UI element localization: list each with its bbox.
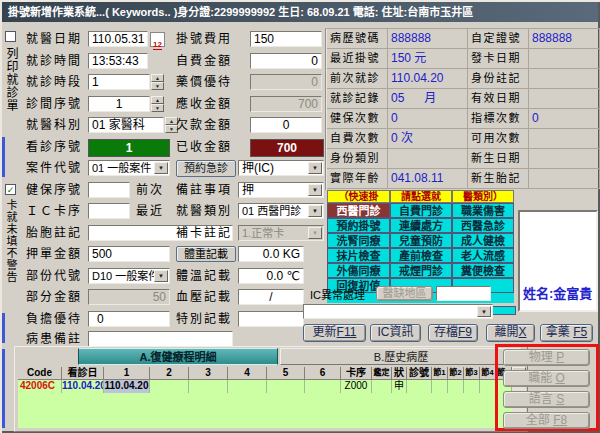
get-medicine-button[interactable]: 拿藥 F5: [540, 324, 593, 342]
spinner-down-icon[interactable]: ▼: [151, 104, 164, 112]
chevron-down-icon[interactable]: ▼: [308, 162, 322, 174]
spinner-down-icon[interactable]: ▼: [151, 82, 164, 90]
row-cell[interactable]: [407, 380, 432, 393]
quick-cell-trauma[interactable]: 外傷同療: [327, 263, 390, 278]
quick-cell-child-prevention[interactable]: 兒童預防: [390, 233, 452, 248]
col-header[interactable]: 5: [267, 367, 305, 380]
quick-header-cell: （快速掛: [327, 190, 390, 203]
department-field[interactable]: 01 家醫科: [88, 117, 164, 133]
temperature-field[interactable]: 0.0 ℃: [238, 268, 304, 284]
row-cell[interactable]: [432, 380, 448, 393]
self-pay-field[interactable]: 0: [250, 53, 322, 69]
appointment-select[interactable]: 押(IC)▼: [238, 160, 324, 176]
update-button[interactable]: 更新F11: [303, 324, 366, 342]
copay-code-select[interactable]: D10 一般案件▼: [88, 268, 170, 284]
quick-cell-adult-checkup[interactable]: 成人健檢: [452, 233, 514, 248]
blood-pressure-field[interactable]: /: [238, 289, 304, 305]
col-header[interactable]: 診號: [407, 367, 432, 380]
appointment-emergency-button[interactable]: 預約急診: [176, 160, 236, 177]
visit-type-select[interactable]: 01 西醫門診▼: [238, 203, 324, 219]
room-seq-field[interactable]: 1: [88, 96, 150, 112]
visit-session-label: 就診時段: [26, 74, 82, 90]
spinner-up-icon[interactable]: ▲: [151, 96, 164, 104]
row-visit-date[interactable]: 110.04.20: [62, 380, 104, 393]
room-seq-spinner[interactable]: ▲▼: [151, 96, 164, 112]
tab-history-record[interactable]: B.歷史病歷: [280, 348, 522, 365]
row-cell[interactable]: [480, 380, 496, 393]
quick-cell-appointment[interactable]: 預約掛號: [327, 218, 390, 233]
reg-fee-field[interactable]: 150: [250, 31, 322, 47]
chevron-down-icon[interactable]: ▼: [477, 306, 491, 317]
col-header[interactable]: 鑑定: [372, 367, 392, 380]
save-button[interactable]: 存檔F9: [428, 324, 478, 342]
row-cell[interactable]: [150, 380, 189, 393]
col-header[interactable]: 卡序: [341, 367, 372, 380]
row-cell[interactable]: [448, 380, 464, 393]
row-status[interactable]: 申: [392, 380, 407, 393]
quick-cell-prenatal[interactable]: 產前檢查: [390, 248, 452, 263]
tab-rehab-course-detail[interactable]: A.復健療程明細: [78, 348, 278, 365]
quick-cell-continuous-rx[interactable]: 連續處方: [390, 218, 452, 233]
row-session1-selected[interactable]: 110.04.20: [104, 380, 150, 393]
print-slip-checkbox[interactable]: [5, 31, 16, 42]
custom-id-value[interactable]: 888888: [529, 29, 600, 49]
chevron-down-icon[interactable]: ▼: [308, 184, 322, 196]
row-cell[interactable]: [464, 380, 480, 393]
row-cell[interactable]: [305, 380, 341, 393]
row-cell[interactable]: [372, 380, 392, 393]
special-note-field[interactable]: [238, 311, 304, 327]
chevron-down-icon[interactable]: ▼: [308, 205, 322, 217]
row-cell[interactable]: [267, 380, 305, 393]
ic-error-select[interactable]: ▼: [303, 304, 493, 319]
row-cell[interactable]: [189, 380, 228, 393]
spinner-up-icon[interactable]: ▲: [151, 74, 164, 82]
arrears-field[interactable]: 0: [250, 117, 322, 133]
quick-cell-western-clinic[interactable]: 西醫門診: [327, 203, 390, 218]
quick-cell-smoking-cessation[interactable]: 戒煙門診: [390, 263, 452, 278]
quick-cell-pap-smear[interactable]: 抹片檢查: [327, 248, 390, 263]
col-header[interactable]: 節3: [464, 367, 480, 380]
quick-cell-self-pay[interactable]: 自費門診: [390, 203, 452, 218]
deposit-amount-field[interactable]: 500: [88, 246, 170, 262]
calendar-icon[interactable]: 12: [150, 32, 165, 47]
quick-cell-occupational-injury[interactable]: 職業傷害: [452, 203, 514, 218]
quick-cell-dialysis[interactable]: 洗腎同療: [327, 233, 390, 248]
burden-discount-field[interactable]: 0: [88, 311, 170, 327]
row-cell[interactable]: [228, 380, 267, 393]
weight-field[interactable]: 0.0 KG: [238, 246, 304, 262]
quick-cell-stool-test[interactable]: 糞便檢查: [452, 263, 514, 278]
exit-button[interactable]: 離開X: [486, 324, 535, 342]
ic-error-field[interactable]: [436, 286, 491, 301]
chevron-down-icon[interactable]: ▼: [154, 270, 168, 282]
visit-session-field[interactable]: 1: [88, 74, 150, 90]
col-header[interactable]: 節1: [432, 367, 448, 380]
col-header[interactable]: 6: [305, 367, 341, 380]
row-code[interactable]: 42006C: [18, 380, 62, 393]
nhi-seq-field[interactable]: [88, 182, 130, 198]
quick-cell-western-emergency[interactable]: 西醫急診: [452, 218, 514, 233]
ic-info-button[interactable]: IC資訊: [370, 324, 421, 342]
patient-note-field[interactable]: [88, 331, 233, 347]
case-code-select[interactable]: 01 一般案件▼: [88, 160, 170, 176]
visit-session-spinner[interactable]: ▲▼: [151, 74, 164, 90]
col-header[interactable]: 看診日: [62, 367, 104, 380]
col-header[interactable]: 節2: [448, 367, 464, 380]
col-header[interactable]: 4: [228, 367, 267, 380]
ic-card-seq-field[interactable]: [88, 203, 130, 219]
col-header[interactable]: 1: [104, 367, 150, 380]
row-card-seq[interactable]: Z000: [341, 380, 372, 393]
card-no-warn-checkbox[interactable]: [5, 184, 16, 195]
col-header[interactable]: Code: [18, 367, 62, 380]
col-header[interactable]: 3: [189, 367, 228, 380]
col-header[interactable]: 2: [150, 367, 189, 380]
visit-date-field[interactable]: 110.05.31: [88, 31, 148, 47]
col-header[interactable]: 狀: [392, 367, 407, 380]
quick-cell-elderly-flu[interactable]: 老人流感: [452, 248, 514, 263]
visit-time-field[interactable]: 13:53:43: [88, 53, 148, 69]
chart-number-value[interactable]: 888888: [388, 29, 468, 49]
remark-select[interactable]: 押▼: [238, 182, 324, 198]
col-header[interactable]: 節4: [480, 367, 496, 380]
table-row[interactable]: 42006C 110.04.20 110.04.20 Z000 申: [18, 380, 512, 393]
chevron-down-icon[interactable]: ▼: [154, 162, 168, 174]
weight-button[interactable]: 體重記載: [176, 246, 236, 262]
